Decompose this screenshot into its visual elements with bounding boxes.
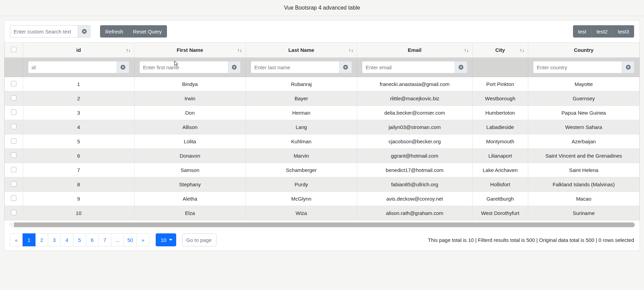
table-row[interactable]: 6DonavonMarvinggrant@hotmail.comLilianap… xyxy=(5,149,640,163)
goto-page-input[interactable] xyxy=(182,233,216,246)
select-all-checkbox[interactable] xyxy=(11,47,16,52)
pagination-page-50[interactable]: 50 xyxy=(124,233,137,246)
cell-email: delia.becker@cormier.com xyxy=(357,106,472,120)
cell-first: Donavon xyxy=(134,149,246,163)
page-size-value: 10 xyxy=(161,237,167,243)
table-row[interactable]: 4AllisonLangjailyn03@stroman.comLabadies… xyxy=(5,120,640,134)
column-header-label: Email xyxy=(408,47,421,53)
filter-clear-country-button[interactable] xyxy=(622,61,634,73)
pagination-ellipsis[interactable]: ... xyxy=(111,233,124,246)
column-header-country[interactable]: Country xyxy=(528,43,639,58)
select-all-header[interactable] xyxy=(5,43,23,58)
global-search-input[interactable] xyxy=(10,25,78,38)
row-checkbox[interactable] xyxy=(11,167,16,172)
filter-cell-city xyxy=(472,58,528,77)
toolbar-right-button-test[interactable]: test xyxy=(573,25,591,38)
filter-clear-id-button[interactable] xyxy=(117,61,129,73)
table-row[interactable]: 5LolitaKuhlmancjacobson@becker.orgMontym… xyxy=(5,134,640,149)
global-search-clear-button[interactable] xyxy=(78,25,90,38)
filter-input-id[interactable] xyxy=(28,61,117,73)
cell-id: 5 xyxy=(23,134,134,149)
cell-last: Rubanraj xyxy=(246,77,357,91)
table-row[interactable]: 3DonHermandelia.becker@cormier.comHumber… xyxy=(5,106,640,120)
pagination-page-7[interactable]: 7 xyxy=(98,233,111,246)
toolbar-right-button-test3[interactable]: test3 xyxy=(613,25,634,38)
row-select-cell[interactable] xyxy=(5,163,23,177)
filter-input-first-name[interactable] xyxy=(139,61,228,73)
clear-icon xyxy=(82,29,87,34)
table-row[interactable]: 2IrwinBayerrlittle@macejkovic.bizWestbor… xyxy=(5,91,640,106)
row-select-cell[interactable] xyxy=(5,91,23,106)
filter-clear-email-button[interactable] xyxy=(455,61,467,73)
horizontal-scrollbar[interactable] xyxy=(9,222,635,227)
pagination-page-6[interactable]: 6 xyxy=(86,233,99,246)
row-select-cell[interactable] xyxy=(5,192,23,206)
cell-id: 7 xyxy=(23,163,134,177)
cell-city: Lilianaport xyxy=(472,149,528,163)
pagination-prev-button[interactable]: « xyxy=(10,233,23,246)
pagination-page-4[interactable]: 4 xyxy=(60,233,73,246)
filter-cell-id xyxy=(23,58,134,77)
cell-city: Garettburgh xyxy=(472,192,528,206)
row-select-cell[interactable] xyxy=(5,177,23,192)
cell-first: Don xyxy=(134,106,246,120)
table-row[interactable]: 10ElzaWizaalison.rath@graham.comWest Dor… xyxy=(5,206,640,220)
cell-country: Saint Vincent and the Grenadines xyxy=(528,149,639,163)
toolbar-right-button-test2[interactable]: test2 xyxy=(591,25,613,38)
table-footer: «1234567...50» 10 This page total is 10 … xyxy=(4,227,640,250)
row-select-cell[interactable] xyxy=(5,134,23,149)
cell-email: ggrant@hotmail.com xyxy=(357,149,472,163)
pagination-page-5[interactable]: 5 xyxy=(73,233,86,246)
row-checkbox[interactable] xyxy=(11,138,16,144)
cell-country: Guernsey xyxy=(528,91,639,106)
page-title: Vue Bootsrap 4 advanced table xyxy=(0,0,644,16)
filter-clear-last-name-button[interactable] xyxy=(340,61,352,73)
row-select-cell[interactable] xyxy=(5,77,23,91)
pagination-next-button[interactable]: » xyxy=(137,233,150,246)
action-button-group: Refresh Reset Query xyxy=(100,25,167,38)
cell-last: Herman xyxy=(246,106,357,120)
cell-last: Bayer xyxy=(246,91,357,106)
row-select-cell[interactable] xyxy=(5,106,23,120)
row-select-cell[interactable] xyxy=(5,149,23,163)
row-checkbox[interactable] xyxy=(11,81,16,86)
row-checkbox[interactable] xyxy=(11,181,16,187)
column-header-first-name[interactable]: First Name ↑↓ xyxy=(134,43,246,58)
cell-country: Macao xyxy=(528,192,639,206)
filter-input-country[interactable] xyxy=(533,61,622,73)
filter-input-email[interactable] xyxy=(362,61,455,73)
row-select-cell[interactable] xyxy=(5,206,23,220)
row-checkbox[interactable] xyxy=(11,95,16,101)
row-checkbox[interactable] xyxy=(11,110,16,115)
row-checkbox[interactable] xyxy=(11,210,16,215)
column-header-email[interactable]: Email ↑↓ xyxy=(357,43,472,58)
table-row[interactable]: 1BindyaRubanrajfranecki.anastasia@gmail.… xyxy=(5,77,640,91)
filter-cell-last-name xyxy=(246,58,357,77)
table-row[interactable]: 9AlethaMcGlynnavis.deckow@conroy.netGare… xyxy=(5,192,640,206)
sort-icon: ↑↓ xyxy=(126,47,131,53)
pagination-page-2[interactable]: 2 xyxy=(35,233,48,246)
page-size-select[interactable]: 10 xyxy=(156,233,177,246)
header-row: id ↑↓ First Name ↑↓ Last Name ↑↓ Email ↑… xyxy=(5,43,640,58)
row-checkbox[interactable] xyxy=(11,153,16,158)
column-header-id[interactable]: id ↑↓ xyxy=(23,43,134,58)
cell-country: Falkland Islands (Malvinas) xyxy=(528,177,639,192)
filter-cell-email xyxy=(357,58,472,77)
reset-query-button[interactable]: Reset Query xyxy=(128,25,167,38)
column-header-last-name[interactable]: Last Name ↑↓ xyxy=(246,43,357,58)
pagination-page-3[interactable]: 3 xyxy=(48,233,61,246)
cell-city: Westborough xyxy=(472,91,528,106)
filter-clear-first-name-button[interactable] xyxy=(228,61,241,73)
row-select-cell[interactable] xyxy=(5,120,23,134)
cell-id: 9 xyxy=(23,192,134,206)
table-row[interactable]: 7SamsonSchambergerbenedict17@hotmail.com… xyxy=(5,163,640,177)
row-checkbox[interactable] xyxy=(11,195,16,201)
column-header-city[interactable]: City ↑↓ xyxy=(472,43,528,58)
data-table: id ↑↓ First Name ↑↓ Last Name ↑↓ Email ↑… xyxy=(4,42,640,220)
filter-input-last-name[interactable] xyxy=(251,61,340,73)
pagination-page-1[interactable]: 1 xyxy=(23,233,36,246)
refresh-button[interactable]: Refresh xyxy=(100,25,128,38)
cell-last: Schamberger xyxy=(246,163,357,177)
table-row[interactable]: 8StephanyPurdyfabian85@ullrich.orgHollis… xyxy=(5,177,640,192)
row-checkbox[interactable] xyxy=(11,124,16,129)
